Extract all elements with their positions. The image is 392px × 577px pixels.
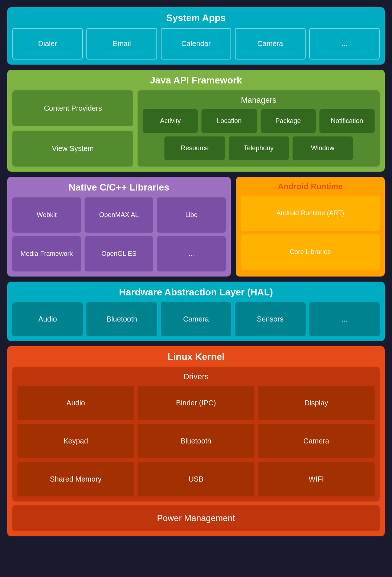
drivers-title: Drivers: [17, 372, 375, 381]
list-item: Dialer: [12, 28, 83, 60]
activity-cell: Activity: [143, 109, 198, 133]
resource-cell: Resource: [164, 136, 225, 160]
libc-cell: Libc: [157, 197, 225, 233]
driver-wifi-cell: WIFI: [258, 462, 375, 496]
core-libraries-cell: Core Libraries: [241, 234, 380, 270]
hal-grid: Audio Bluetooth Camera Sensors ...: [12, 302, 380, 336]
hal-layer: Hardware Abstraction Layer (HAL) Audio B…: [7, 282, 385, 341]
drivers-row1: Audio Binder (IPC) Display: [17, 386, 375, 420]
hal-ellipsis-cell: ...: [309, 302, 380, 336]
linux-kernel-layer: Linux Kernel Drivers Audio Binder (IPC) …: [7, 346, 385, 536]
power-management-cell: Power Management: [12, 505, 380, 531]
driver-audio-cell: Audio: [17, 386, 134, 420]
native-cpp-layer: Native C/C++ Libraries Webkit OpenMAX AL…: [7, 177, 231, 277]
list-item: Email: [86, 28, 157, 60]
list-item: Calendar: [161, 28, 231, 60]
hal-bluetooth-cell: Bluetooth: [86, 302, 157, 336]
telephony-cell: Telephony: [229, 136, 289, 160]
art-cell: Android Runtime (ART): [241, 196, 380, 231]
native-runtime-row: Native C/C++ Libraries Webkit OpenMAX AL…: [7, 177, 385, 277]
android-runtime-layer: Android Runtime Android Runtime (ART) Co…: [236, 177, 385, 277]
list-item: ...: [309, 28, 380, 60]
system-apps-layer: System Apps Dialer Email Calendar Camera…: [7, 7, 385, 65]
driver-binder-cell: Binder (IPC): [138, 386, 254, 420]
system-apps-grid: Dialer Email Calendar Camera ...: [12, 28, 380, 60]
driver-shared-memory-cell: Shared Memory: [17, 462, 134, 496]
java-api-layer: Java API Framework Content Providers Vie…: [7, 70, 385, 172]
native-grid-row1: Webkit OpenMAX AL Libc: [12, 197, 226, 233]
drivers-box: Drivers Audio Binder (IPC) Display Keypa…: [12, 367, 380, 502]
managers-row1: Activity Location Package Notification: [143, 109, 375, 133]
notification-cell: Notification: [319, 109, 375, 133]
native-cpp-title: Native C/C++ Libraries: [12, 182, 226, 193]
hal-sensors-cell: Sensors: [235, 302, 305, 336]
driver-bluetooth-cell: Bluetooth: [138, 424, 254, 458]
native-grid-row2: Media Framework OpenGL ES ...: [12, 236, 226, 271]
managers-box: Managers Activity Location Package Notif…: [138, 90, 380, 167]
window-cell: Window: [293, 136, 353, 160]
java-api-left: Content Providers View System: [12, 90, 133, 167]
drivers-row2: Keypad Bluetooth Camera: [17, 424, 375, 458]
view-system-cell: View System: [12, 131, 133, 167]
content-providers-cell: Content Providers: [12, 90, 133, 126]
system-apps-title: System Apps: [12, 12, 380, 24]
hal-camera-cell: Camera: [161, 302, 231, 336]
opengl-cell: OpenGL ES: [85, 236, 153, 271]
drivers-row3: Shared Memory USB WIFI: [17, 462, 375, 496]
java-api-inner: Content Providers View System Managers A…: [12, 90, 380, 167]
java-api-title: Java API Framework: [12, 75, 380, 86]
webkit-cell: Webkit: [12, 197, 81, 233]
hal-audio-cell: Audio: [12, 302, 83, 336]
native-ellipsis-cell: ...: [157, 236, 225, 271]
android-runtime-title: Android Runtime: [241, 182, 380, 191]
package-cell: Package: [261, 109, 316, 133]
location-cell: Location: [201, 109, 257, 133]
list-item: Camera: [235, 28, 305, 60]
openmax-cell: OpenMAX AL: [85, 197, 153, 233]
media-framework-cell: Media Framework: [12, 236, 81, 271]
managers-row2: Resource Telephony Window: [143, 136, 375, 160]
hal-title: Hardware Abstraction Layer (HAL): [12, 287, 380, 298]
android-runtime-cells: Android Runtime (ART) Core Libraries: [241, 196, 380, 270]
driver-camera-cell: Camera: [258, 424, 375, 458]
managers-title: Managers: [143, 95, 375, 105]
driver-display-cell: Display: [258, 386, 375, 420]
linux-kernel-title: Linux Kernel: [12, 351, 380, 363]
driver-keypad-cell: Keypad: [17, 424, 134, 458]
driver-usb-cell: USB: [138, 462, 254, 496]
